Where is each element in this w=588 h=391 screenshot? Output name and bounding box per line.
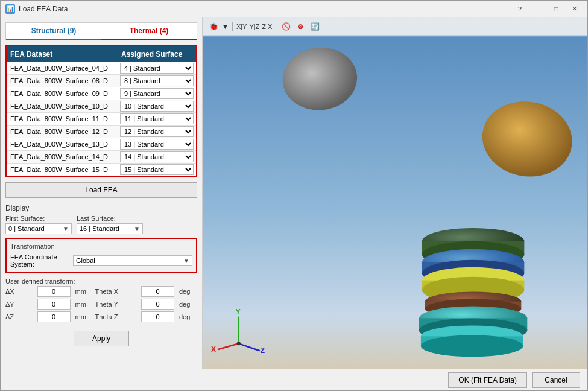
table-row: FEA_Data_800W_Surface_04_D 4 | Standard (7, 62, 196, 75)
fea-coord-arrow: ▼ (183, 258, 189, 264)
first-surface-arrow: ▼ (63, 226, 69, 232)
cross-circle-icon[interactable]: ⊗ (294, 21, 306, 33)
window-controls: ? — □ ✕ (511, 2, 583, 16)
last-surface-value: 16 | Standard (80, 225, 119, 232)
svg-point-27 (237, 342, 241, 345)
dataset-cell: FEA_Data_800W_Surface_11_D (7, 114, 118, 124)
delta-unit-1: mm (75, 300, 93, 308)
last-surface-group: Last Surface: 16 | Standard ▼ (77, 215, 143, 234)
last-surface-dropdown[interactable]: 16 | Standard ▼ (77, 223, 143, 234)
help-button[interactable]: ? (511, 2, 528, 16)
fea-coord-label: FEA Coordinate System: (10, 253, 71, 268)
table-row: FEA_Data_800W_Surface_14_D 14 | Standard (7, 151, 196, 164)
dataset-cell: FEA_Data_800W_Surface_15_D (7, 165, 118, 174)
main-content: Structural (9) Thermal (4) FEA Dataset A… (1, 17, 587, 369)
header-dataset: FEA Dataset (7, 49, 118, 60)
surface-select[interactable]: 10 | Standard (120, 101, 194, 112)
cancel-button[interactable]: Cancel (532, 372, 580, 388)
yz-view[interactable]: Y|Z (249, 23, 259, 30)
table-row: FEA_Data_800W_Surface_10_D 10 | Standard (7, 100, 196, 113)
toolbar-separator-2 (276, 22, 276, 31)
header-surface: Assigned Surface (118, 49, 196, 60)
fea-coord-dropdown[interactable]: Global ▼ (73, 255, 192, 266)
transformation-label: Transformation (10, 243, 192, 250)
close-button[interactable]: ✕ (566, 2, 583, 16)
delta-unit-0: mm (75, 288, 93, 295)
transformation-section: Transformation FEA Coordinate System: Gl… (5, 238, 197, 273)
viewport: 🐞 ▼ X|Y Y|Z Z|X 🚫 ⊗ 🔄 (203, 17, 587, 369)
transform-grid: ΔX mm Theta X deg ΔY mm Theta Y deg ΔZ m… (5, 286, 197, 322)
surface-select[interactable]: 9 | Standard (120, 88, 194, 99)
user-transform-label: User-defined transform: (5, 278, 197, 285)
tab-thermal[interactable]: Thermal (4) (101, 23, 197, 40)
table-row: FEA_Data_800W_Surface_15_D 15 | Standard (7, 164, 196, 176)
surface-select[interactable]: 13 | Standard (120, 139, 194, 150)
table-row: FEA_Data_800W_Surface_12_D 12 | Standard (7, 126, 196, 138)
user-transform-section: User-defined transform: ΔX mm Theta X de… (5, 276, 197, 322)
table-header: FEA Dataset Assigned Surface (7, 46, 196, 62)
dataset-cell: FEA_Data_800W_Surface_13_D (7, 139, 118, 149)
theta-label-2: Theta Z (95, 313, 139, 320)
fea-coord-row: FEA Coordinate System: Global ▼ (10, 253, 192, 268)
fea-coord-value: Global (76, 257, 95, 264)
dataset-cell: FEA_Data_800W_Surface_08_D (7, 76, 118, 86)
fea-table: FEA Dataset Assigned Surface FEA_Data_80… (5, 45, 197, 177)
main-window: 📊 Load FEA Data ? — □ ✕ Structural (9) T… (0, 0, 588, 391)
apply-button[interactable]: Apply (74, 331, 129, 346)
no-entry-icon[interactable]: 🚫 (280, 21, 292, 33)
theta-input-2[interactable] (141, 311, 174, 322)
delta-input-2[interactable] (37, 311, 71, 322)
maximize-button[interactable]: □ (548, 2, 564, 16)
table-row: FEA_Data_800W_Surface_13_D 13 | Standard (7, 138, 196, 151)
dataset-cell: FEA_Data_800W_Surface_14_D (7, 152, 118, 162)
dataset-cell: FEA_Data_800W_Surface_04_D (7, 63, 118, 73)
left-panel: Structural (9) Thermal (4) FEA Dataset A… (1, 17, 203, 369)
dropdown-arrow-icon[interactable]: ▼ (222, 23, 229, 30)
load-fea-button[interactable]: Load FEA (5, 182, 197, 198)
xy-view[interactable]: X|Y (236, 23, 247, 30)
display-row: First Surface: 0 | Standard ▼ Last Surfa… (5, 215, 197, 234)
theta-label-1: Theta Y (95, 300, 139, 308)
surface-select[interactable]: 14 | Standard (120, 151, 194, 162)
surface-select[interactable]: 8 | Standard (120, 75, 194, 86)
theta-input-1[interactable] (141, 299, 174, 310)
theta-unit-2: deg (179, 313, 197, 320)
surface-select[interactable]: 15 | Standard (120, 164, 194, 175)
bug-icon[interactable]: 🐞 (207, 21, 220, 33)
app-icon: 📊 (5, 4, 15, 14)
surface-select[interactable]: 11 | Standard (120, 113, 194, 124)
svg-text:Y: Y (236, 308, 241, 316)
table-row: FEA_Data_800W_Surface_08_D 8 | Standard (7, 75, 196, 87)
dataset-cell: FEA_Data_800W_Surface_12_D (7, 127, 118, 136)
refresh-icon[interactable]: 🔄 (309, 21, 321, 33)
svg-rect-0 (203, 37, 587, 369)
first-surface-group: First Surface: 0 | Standard ▼ (5, 215, 72, 234)
titlebar-left: 📊 Load FEA Data (5, 4, 68, 14)
first-surface-dropdown[interactable]: 0 | Standard ▼ (5, 223, 72, 234)
theta-input-0[interactable] (141, 286, 174, 297)
zx-view[interactable]: Z|X (262, 23, 272, 30)
table-row: FEA_Data_800W_Surface_09_D 9 | Standard (7, 87, 196, 100)
display-label: Display (5, 204, 197, 212)
first-surface-value: 0 | Standard (8, 225, 45, 232)
delta-input-0[interactable] (37, 286, 71, 297)
apply-container: Apply (5, 328, 197, 346)
surface-select[interactable]: 12 | Standard (120, 126, 194, 137)
display-section: Display First Surface: 0 | Standard ▼ La… (5, 203, 197, 234)
delta-label-2: ΔZ (5, 313, 36, 320)
delta-label-1: ΔY (5, 300, 36, 308)
delta-input-1[interactable] (37, 299, 71, 310)
toolbar-separator-1 (232, 22, 233, 31)
window-title: Load FEA Data (19, 5, 68, 13)
table-body: FEA_Data_800W_Surface_04_D 4 | Standard … (7, 62, 196, 176)
svg-text:X: X (211, 345, 216, 354)
dataset-cell: FEA_Data_800W_Surface_10_D (7, 101, 118, 111)
ok-button[interactable]: OK (Fit FEA Data) (448, 372, 527, 388)
tab-structural[interactable]: Structural (9) (6, 23, 101, 40)
titlebar: 📊 Load FEA Data ? — □ ✕ (1, 1, 587, 17)
delta-unit-2: mm (75, 313, 93, 320)
last-surface-arrow: ▼ (134, 226, 140, 232)
surface-select[interactable]: 4 | Standard (120, 63, 194, 74)
minimize-button[interactable]: — (530, 2, 546, 16)
theta-label-0: Theta X (95, 288, 139, 295)
